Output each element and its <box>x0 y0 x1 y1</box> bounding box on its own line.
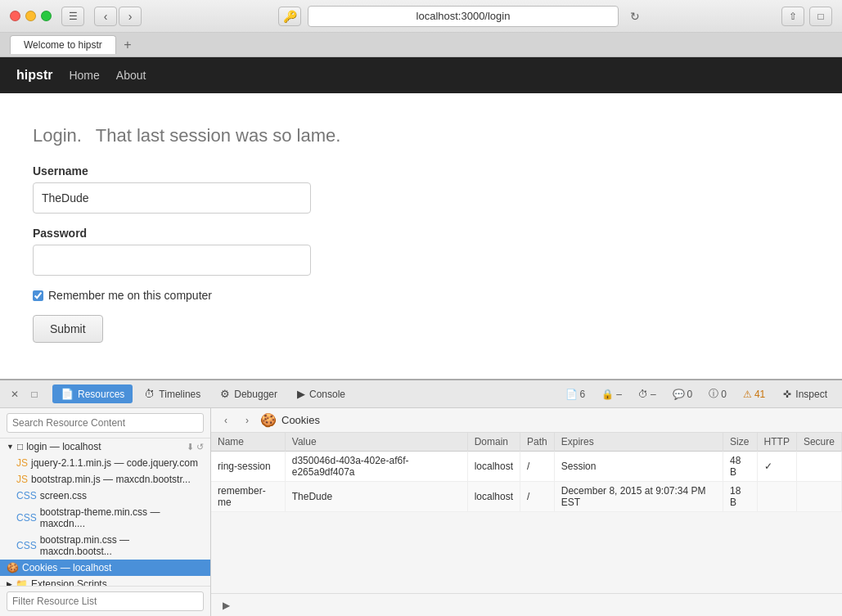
info-count: 0 <box>721 389 727 400</box>
address-bar[interactable] <box>308 6 619 27</box>
site-navbar: hipstr Home About <box>0 57 842 93</box>
password-input[interactable] <box>33 245 311 276</box>
file-icon: 📄 <box>565 389 578 400</box>
css-icon-2: CSS <box>16 512 37 524</box>
lock-count: – <box>616 389 622 400</box>
sidebar-toggle-button[interactable]: ☰ <box>61 7 84 26</box>
col-path: Path <box>520 433 555 452</box>
tree-item-bootstrap-theme-css[interactable]: CSS bootstrap-theme.min.css — maxcdn.... <box>0 504 210 532</box>
tree-group-extension[interactable]: ▶ 📁 Extension Scripts <box>0 576 210 586</box>
col-http: HTTP <box>757 433 796 452</box>
maximize-button[interactable] <box>41 11 52 21</box>
cell-value-1: TheDude <box>285 482 467 512</box>
password-group: Password <box>33 227 809 276</box>
new-tab-icon[interactable]: + <box>119 37 136 53</box>
resource-tree: ▼ □ login — localhost ⬇ ↺ JS jquery-2.1.… <box>0 438 210 586</box>
warning-badge: ⚠ 41 <box>736 387 772 402</box>
tree-item-cookies-label: Cookies — localhost <box>22 562 111 573</box>
forward-button[interactable]: › <box>119 7 142 26</box>
tree-item-jquery[interactable]: JS jquery-2.1.1.min.js — code.jquery.com <box>0 455 210 471</box>
tab-console[interactable]: ▶ Console <box>289 384 353 403</box>
devtools-close-button[interactable]: ✕ <box>7 386 23 402</box>
reload-button[interactable]: ↻ <box>625 7 645 26</box>
share-button[interactable]: ⇧ <box>781 7 804 26</box>
main-section-title: Cookies <box>281 414 320 426</box>
info-badge: ⓘ 0 <box>702 385 733 402</box>
tree-item-cookies[interactable]: 🍪 Cookies — localhost <box>0 560 210 576</box>
warning-count: 41 <box>754 389 765 400</box>
expand-icon-2: ▶ <box>7 580 12 586</box>
main-back-button[interactable]: ‹ <box>218 412 234 429</box>
cell-name-1: remember-me <box>211 482 285 512</box>
tree-item-screen-css[interactable]: CSS screen.css <box>0 488 210 504</box>
cookies-table-body: ring-session d350046d-403a-402e-af6f-e26… <box>211 452 842 512</box>
key-icon: 🔑 <box>278 7 301 26</box>
lock-icon: 🔒 <box>601 389 614 400</box>
comment-count: 0 <box>687 389 693 400</box>
cell-size-0: 48 B <box>723 452 758 482</box>
cell-http-1 <box>757 482 796 512</box>
cookie-header-icon: 🍪 <box>260 412 277 428</box>
nav-home[interactable]: Home <box>69 69 99 82</box>
table-row[interactable]: ring-session d350046d-403a-402e-af6f-e26… <box>211 452 842 482</box>
main-forward-button[interactable]: › <box>239 412 255 429</box>
username-label: Username <box>33 164 809 178</box>
frame-icon: □ <box>17 441 23 452</box>
expand-button[interactable]: ▶ <box>218 597 234 614</box>
table-header-row: Name Value Domain Path Expires Size HTTP… <box>211 433 842 452</box>
tree-item-bootstrap-css[interactable]: CSS bootstrap.min.css — maxcdn.bootst... <box>0 532 210 560</box>
traffic-lights <box>10 11 52 21</box>
site-brand: hipstr <box>16 68 52 83</box>
tree-item-jquery-label: jquery-2.1.1.min.js — code.jquery.com <box>31 457 198 469</box>
new-tab-button[interactable]: □ <box>809 7 832 26</box>
username-group: Username <box>33 164 809 214</box>
timelines-icon: ⏱ <box>144 388 155 400</box>
cookies-table-container: Name Value Domain Path Expires Size HTTP… <box>211 433 842 593</box>
tab-resources[interactable]: 📄 Resources <box>52 384 133 403</box>
username-input[interactable] <box>33 182 311 214</box>
remember-me-text: Remember me on this computer <box>48 289 212 302</box>
col-name: Name <box>211 433 285 452</box>
active-tab[interactable]: Welcome to hipstr <box>10 35 116 54</box>
close-button[interactable] <box>10 11 20 21</box>
search-input[interactable] <box>7 413 204 433</box>
col-secure: Secure <box>796 433 841 452</box>
debugger-icon: ⚙ <box>220 388 230 400</box>
devtools-body: ▼ □ login — localhost ⬇ ↺ JS jquery-2.1.… <box>0 408 842 616</box>
remember-me-checkbox[interactable] <box>33 290 43 301</box>
tree-item-bootstrap-theme-label: bootstrap-theme.min.css — maxcdn.... <box>40 506 204 529</box>
nav-buttons: ‹ › <box>94 7 142 26</box>
cell-http-0: ✓ <box>757 452 796 482</box>
tree-group-login[interactable]: ▼ □ login — localhost ⬇ ↺ <box>0 438 210 455</box>
back-button[interactable]: ‹ <box>94 7 117 26</box>
lock-badge: 🔒 – <box>595 387 628 402</box>
table-row[interactable]: remember-me TheDude localhost / December… <box>211 482 842 512</box>
filter-input[interactable] <box>7 591 204 611</box>
cell-name-0: ring-session <box>211 452 285 482</box>
tab-debugger[interactable]: ⚙ Debugger <box>212 384 286 403</box>
tab-timelines[interactable]: ⏱ Timelines <box>136 384 209 403</box>
site-content: hipstr Home About Login. That last sessi… <box>0 57 842 376</box>
tree-item-bootstrap-css-label: bootstrap.min.css — maxcdn.bootst... <box>40 534 204 557</box>
tab-title: Welcome to hipstr <box>24 39 102 51</box>
cell-expires-0: Session <box>554 452 723 482</box>
cell-path-1: / <box>520 482 555 512</box>
inspect-button[interactable]: ✜ Inspect <box>775 385 835 403</box>
col-value: Value <box>285 433 467 452</box>
browser-chrome: ☰ ‹ › 🔑 ↻ ⇧ □ Welcome to hipstr + <box>0 0 842 57</box>
submit-button[interactable]: Submit <box>33 315 103 343</box>
devtools-sidebar: ▼ □ login — localhost ⬇ ↺ JS jquery-2.1.… <box>0 408 211 616</box>
tab-debugger-label: Debugger <box>234 389 277 400</box>
expand-icon: ▼ <box>7 443 14 451</box>
tree-group-login-label: login — localhost <box>26 441 101 452</box>
minimize-button[interactable] <box>25 11 36 21</box>
css-icon-3: CSS <box>16 540 37 551</box>
tree-item-bootstrap-js[interactable]: JS bootstrap.min.js — maxcdn.bootstr... <box>0 471 210 488</box>
col-domain: Domain <box>467 433 520 452</box>
inspect-label: Inspect <box>795 389 827 400</box>
title-bar: ☰ ‹ › 🔑 ↻ ⇧ □ <box>0 0 842 33</box>
tab-resources-label: Resources <box>78 389 124 400</box>
col-expires: Expires <box>554 433 723 452</box>
devtools-detach-button[interactable]: □ <box>26 386 43 402</box>
nav-about[interactable]: About <box>116 69 146 82</box>
